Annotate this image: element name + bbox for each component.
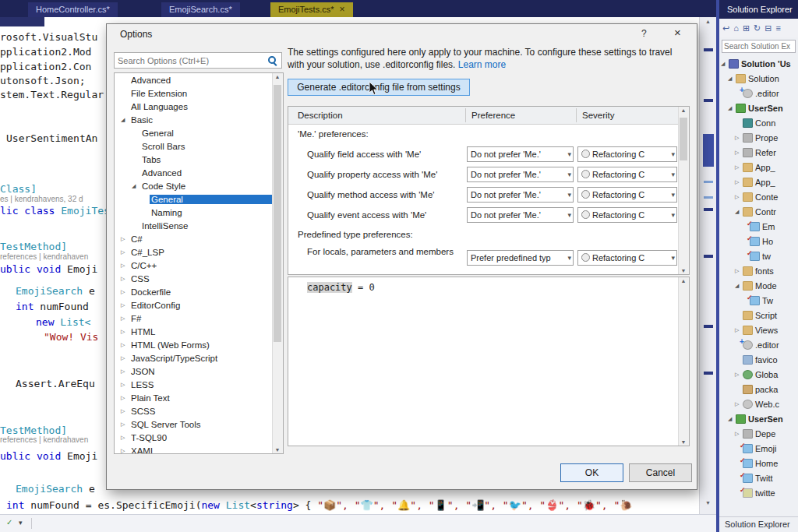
scroll-up-icon[interactable]: ▲: [700, 19, 716, 24]
severity-dropdown[interactable]: Refactoring C▾: [577, 167, 677, 182]
preference-dropdown[interactable]: Do not prefer 'Me.'▾: [467, 167, 574, 182]
options-tree-item[interactable]: ▷CSS: [115, 272, 283, 285]
show-all-files-icon[interactable]: ≡: [776, 23, 781, 33]
tree-item-folder[interactable]: ◢Contr: [719, 204, 798, 219]
options-tree-item[interactable]: ▷C#: [115, 232, 283, 245]
back-icon[interactable]: ↩: [722, 23, 729, 33]
tree-item-folder[interactable]: Script: [719, 308, 798, 322]
options-tree-item[interactable]: ▷HTML: [115, 325, 283, 338]
tree-item-packages-config[interactable]: packa: [719, 382, 798, 396]
options-tree-item[interactable]: ▷T-SQL90: [115, 431, 283, 444]
column-divider[interactable]: [465, 108, 466, 122]
expander-icon[interactable]: ▷: [735, 327, 743, 333]
options-tree-item[interactable]: ◢Basic: [115, 113, 283, 126]
severity-dropdown[interactable]: Refactoring C▾: [577, 187, 677, 203]
preview-scrollbar[interactable]: ▲ ▼: [678, 277, 689, 446]
refresh-icon[interactable]: ↻: [754, 23, 761, 33]
options-tree-item[interactable]: ▷JavaScript/TypeScript: [115, 351, 283, 365]
tab-emojitests-active[interactable]: EmojiTests.cs*×: [270, 2, 353, 17]
tree-item-cs-file[interactable]: ✓tw: [719, 248, 798, 263]
scroll-up-icon[interactable]: ▲: [679, 107, 688, 113]
options-tree-item[interactable]: ▷Dockerfile: [115, 285, 283, 298]
expander-icon[interactable]: ◢: [728, 416, 736, 422]
options-tree-item[interactable]: Advanced: [115, 73, 283, 86]
expander-icon[interactable]: ◢: [121, 117, 129, 123]
tree-item-folder[interactable]: ▷Views: [719, 322, 798, 337]
tree-item-cs-file[interactable]: ✓Ho: [719, 234, 798, 248]
scrollbar-thumb[interactable]: [703, 134, 714, 167]
expander-icon[interactable]: ▷: [735, 179, 743, 185]
tree-item-solution[interactable]: ◢Solution 'Us: [719, 56, 798, 71]
preference-dropdown[interactable]: Do not prefer 'Me.'▾: [467, 187, 574, 203]
expander-icon[interactable]: ▷: [735, 194, 743, 200]
preference-dropdown[interactable]: Prefer predefined typ▾: [467, 250, 574, 266]
tree-scrollbar[interactable]: ▲ ▼: [272, 73, 283, 453]
expander-icon[interactable]: ◢: [132, 183, 140, 189]
tree-item-connected-services[interactable]: Conn: [719, 115, 798, 130]
expander-icon[interactable]: ▷: [121, 408, 129, 414]
tree-item-folder[interactable]: ▷fonts: [719, 263, 798, 278]
options-tree-item[interactable]: ◢Code Style: [115, 179, 283, 192]
tree-item-config-file[interactable]: ✓twitte: [719, 485, 798, 500]
expander-icon[interactable]: ▷: [735, 401, 743, 407]
preference-dropdown[interactable]: Do not prefer 'Me.'▾: [467, 146, 574, 162]
options-tree-item[interactable]: All Languages: [115, 100, 283, 113]
tree-item-cs-file[interactable]: ✓Emoji: [719, 441, 798, 456]
severity-dropdown[interactable]: Refactoring C▾: [577, 207, 677, 223]
close-icon[interactable]: ×: [340, 4, 345, 15]
cancel-button[interactable]: Cancel: [629, 463, 692, 482]
severity-dropdown[interactable]: Refactoring C▾: [577, 146, 677, 162]
options-search-input[interactable]: [114, 52, 282, 69]
expander-icon[interactable]: ▷: [735, 150, 743, 156]
tree-item-references[interactable]: ▷Refer: [719, 145, 798, 160]
tree-item-global-asax[interactable]: ▷Globa: [719, 367, 798, 382]
generate-editorconfig-button[interactable]: Generate .editorconfig file from setting…: [288, 79, 470, 96]
options-tree-item[interactable]: ▷JSON: [115, 365, 283, 378]
learn-more-link[interactable]: Learn more: [458, 59, 506, 70]
options-tree-item[interactable]: Naming: [115, 206, 283, 219]
options-tree-item[interactable]: ▷Plain Text: [115, 391, 283, 404]
tree-item-cs-file[interactable]: ✓Home: [719, 456, 798, 470]
expander-icon[interactable]: ▷: [121, 302, 129, 308]
tree-item-folder[interactable]: ▷App_: [719, 174, 798, 189]
severity-dropdown[interactable]: Refactoring C▾: [577, 250, 677, 266]
expander-icon[interactable]: ▷: [121, 249, 129, 255]
options-tree-item-selected[interactable]: General: [115, 192, 283, 206]
tree-item-cs-file[interactable]: ✓Twitt: [719, 470, 798, 485]
tree-item-cs-file[interactable]: ✓Em: [719, 219, 798, 234]
expander-icon[interactable]: ▷: [121, 382, 129, 388]
expander-icon[interactable]: ▷: [121, 262, 129, 269]
tree-item-folder[interactable]: ◢Mode: [719, 278, 798, 293]
options-tree-item[interactable]: IntelliSense: [115, 219, 283, 232]
column-header-description[interactable]: Description: [298, 107, 343, 124]
column-header-severity[interactable]: Severity: [582, 107, 615, 124]
options-tree-item[interactable]: ▷SCSS: [115, 404, 283, 417]
workspace-icon[interactable]: ⊞: [743, 23, 750, 33]
collapse-all-icon[interactable]: ⊟: [764, 23, 772, 33]
scroll-down-icon[interactable]: ▼: [679, 268, 688, 273]
expander-icon[interactable]: ▷: [121, 289, 129, 295]
expander-icon[interactable]: ▷: [121, 368, 129, 375]
expander-icon[interactable]: ▷: [121, 342, 129, 348]
tree-item-editorconfig[interactable]: +.editor: [719, 86, 798, 100]
codelens-references[interactable]: references | kendrahaven: [0, 252, 88, 261]
scroll-down-icon[interactable]: ▼: [273, 447, 282, 453]
options-tree-item[interactable]: Scroll Bars: [115, 139, 283, 153]
column-divider[interactable]: [576, 108, 577, 122]
chevron-down-icon[interactable]: ▾: [19, 519, 23, 527]
column-header-preference[interactable]: Preference: [471, 107, 515, 124]
expander-icon[interactable]: ▷: [121, 355, 129, 361]
expander-icon[interactable]: ▷: [735, 135, 743, 141]
tree-item-project[interactable]: ◢UserSen: [719, 100, 798, 115]
options-tree-item[interactable]: ▷C#_LSP: [115, 245, 283, 259]
scroll-up-icon[interactable]: ▲: [273, 74, 282, 79]
options-tree-item[interactable]: ▷SQL Server Tools: [115, 417, 283, 431]
scroll-down-icon[interactable]: ▼: [700, 500, 716, 506]
expander-icon[interactable]: ▷: [735, 268, 743, 274]
tree-item-solution-items[interactable]: ◢Solution: [719, 71, 798, 86]
options-tree-item[interactable]: ▷C/C++: [115, 259, 283, 272]
close-icon[interactable]: ×: [674, 26, 681, 39]
options-tree-item[interactable]: ▷F#: [115, 312, 283, 325]
ok-button[interactable]: OK: [560, 463, 623, 482]
options-tree-item[interactable]: ▷EditorConfig: [115, 298, 283, 312]
